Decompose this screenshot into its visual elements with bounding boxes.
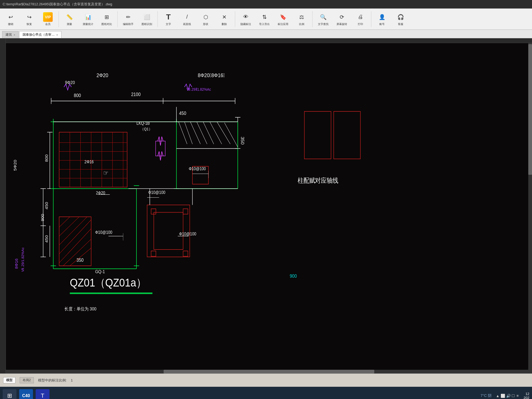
text-button[interactable]: T 文字 <box>160 10 177 28</box>
toolbar: ↩ 撤销 ↪ 恢复 VIP 会员 📏 测量 📊 测量统计 ⊞ 图纸对比 ✏ 编辑… <box>0 9 532 30</box>
account-icon: 👤 <box>377 12 387 22</box>
model-tab[interactable]: 模型 <box>3 377 15 383</box>
print-button[interactable]: 🖨 打印 <box>352 10 369 28</box>
cad-app-button[interactable]: C40 <box>19 389 33 399</box>
tab-main[interactable]: 国泰放心早点（含审… × <box>19 31 61 38</box>
service-label: 客服 <box>398 22 403 26</box>
clock: 12 202 <box>523 392 529 399</box>
svg-text:350: 350 <box>77 257 84 263</box>
hide-label-button[interactable]: 👁 隐藏标注 <box>237 10 254 28</box>
weather-text: 7°C 阴 <box>480 393 491 398</box>
delete-label: 删除 <box>222 22 227 26</box>
hide-label-icon: 👁 <box>241 12 251 22</box>
undo-icon: ↩ <box>6 12 15 22</box>
svg-text:长度：单位为 300: 长度：单位为 300 <box>64 306 96 311</box>
redo-label: 恢复 <box>27 22 32 26</box>
screen-rotate-button[interactable]: ⟳ 屏幕旋转 <box>333 10 350 28</box>
undo-label: 撤销 <box>8 22 13 26</box>
undo-button[interactable]: ↩ 撤销 <box>2 10 19 28</box>
scale-icon: ⚖ <box>297 12 306 22</box>
redo-button[interactable]: ↪ 恢复 <box>21 10 38 28</box>
text-search-button[interactable]: 🔍 文字查找 <box>315 10 332 28</box>
tab-main-label: 国泰放心早点（含审… <box>23 32 55 37</box>
service-button[interactable]: 🎧 客服 <box>392 10 409 28</box>
layout2-tab[interactable]: 布局2 <box>20 377 34 383</box>
edit-helper-button[interactable]: ✏ 编辑助手 <box>120 10 137 28</box>
svg-text:Φ10@100: Φ10@100 <box>189 167 206 171</box>
svg-text:2Φ16: 2Φ16 <box>85 160 94 164</box>
divider-6 <box>371 11 371 27</box>
drawing-area[interactable]: 2Φ20 8Φ20󿂈8Φ16󿂉 9Φ20 Ⅶ.29Ⅱ1.82%Ac 800 21… <box>0 38 532 373</box>
service-icon: 🎧 <box>396 12 405 22</box>
tray-icons: ▲ ⬜ 🔊 ☐ ✳ <box>496 394 519 398</box>
measure-stat-icon: 📊 <box>83 12 93 22</box>
compare-button[interactable]: ⊞ 图纸对比 <box>98 10 115 28</box>
svg-text:（Q1）: （Q1） <box>140 127 152 131</box>
screen-rotate-icon: ⟳ <box>337 12 347 22</box>
scale-label: 模型中的标注比例: <box>38 378 67 383</box>
draw-recog-icon: ⬜ <box>142 12 152 22</box>
print-icon: 🖨 <box>356 12 365 22</box>
svg-text:8Φ20󿂈8Φ16󿂉: 8Φ20󿂈8Φ16󿂉 <box>198 72 225 78</box>
redo-icon: ↪ <box>24 12 34 22</box>
svg-text:GQ-1: GQ-1 <box>95 269 105 274</box>
svg-text:450: 450 <box>44 202 49 209</box>
measure-button[interactable]: 📏 测量 <box>61 10 78 28</box>
vip-label: 会员 <box>45 22 51 26</box>
svg-text:Φ10@100: Φ10@100 <box>179 232 196 236</box>
edit-helper-icon: ✏ <box>123 12 133 22</box>
mark-apply-label: 标注应用 <box>278 22 288 26</box>
tab-bar: 建筑 × 国泰放心早点（含审… × <box>0 30 532 38</box>
account-button[interactable]: 👤 账号 <box>373 10 390 28</box>
delete-icon: ✕ <box>219 12 229 22</box>
svg-text:柱配赋对应轴线: 柱配赋对应轴线 <box>298 177 338 184</box>
tab-main-close[interactable]: × <box>56 33 58 36</box>
divider-1 <box>59 11 59 27</box>
scale-button[interactable]: ⚖ 比例 <box>293 10 310 28</box>
svg-text:2Φ20: 2Φ20 <box>97 72 108 78</box>
svg-text:2Φ20: 2Φ20 <box>96 191 105 196</box>
svg-rect-86 <box>70 293 152 294</box>
measure-icon: 📏 <box>65 12 74 22</box>
draw-recog-label: 图框识别 <box>142 22 152 26</box>
mark-apply-icon: 🔖 <box>278 12 288 22</box>
draw-line-icon: / <box>182 12 192 22</box>
measure-stat-label: 测量统计 <box>83 22 93 26</box>
tab-jianzhu-close[interactable]: × <box>14 33 15 36</box>
svg-rect-0 <box>6 43 528 370</box>
compare-label: 图纸对比 <box>101 22 112 26</box>
account-label: 账号 <box>379 22 385 26</box>
import-export-label: 导入导出 <box>259 22 270 26</box>
divider-2 <box>117 11 118 27</box>
horizontal-scrollbar[interactable] <box>6 370 532 373</box>
vip-button[interactable]: VIP 会员 <box>39 10 56 28</box>
shape-label: 形状 <box>203 22 208 26</box>
windows-start-button[interactable]: ⊞ <box>3 389 16 399</box>
measure-stat-button[interactable]: 📊 测量统计 <box>80 10 97 28</box>
edit-helper-label: 编辑助手 <box>123 22 134 26</box>
left-ruler <box>0 38 6 373</box>
svg-text:800: 800 <box>44 154 49 162</box>
tab-jianzhu-label: 建筑 <box>6 32 12 37</box>
draw-recog-button[interactable]: ⬜ 图框识别 <box>138 10 155 28</box>
measure-label: 测量 <box>67 22 72 26</box>
scale-value: 1 <box>71 378 73 382</box>
divider-3 <box>157 11 158 27</box>
text-app-button[interactable]: T <box>36 389 49 399</box>
svg-text:5Φ20: 5Φ20 <box>13 160 17 171</box>
svg-text:450: 450 <box>179 111 186 116</box>
divider-4 <box>235 11 235 27</box>
mark-apply-button[interactable]: 🔖 标注应用 <box>275 10 292 28</box>
svg-text:Ⅶ.29Ⅱ1.82%Ac: Ⅶ.29Ⅱ1.82%Ac <box>186 87 211 92</box>
shape-button[interactable]: ⬡ 形状 <box>197 10 214 28</box>
draw-line-button[interactable]: / 画直线 <box>178 10 196 28</box>
vertical-scrollbar[interactable] <box>528 43 532 370</box>
title-bar: C:\temp\Rar$Dla27812.26495\国泰放心早点（含审直答复及… <box>0 0 532 9</box>
svg-text:☞: ☞ <box>103 169 109 177</box>
svg-text:2100: 2100 <box>131 92 141 97</box>
svg-text:Ⅶ.29/1.82%Ac: Ⅶ.29/1.82%Ac <box>21 247 25 272</box>
cad-drawing: 2Φ20 8Φ20󿂈8Φ16󿂉 9Φ20 Ⅶ.29Ⅱ1.82%Ac 800 21… <box>6 43 528 370</box>
tab-jianzhu[interactable]: 建筑 × <box>2 31 19 38</box>
import-export-button[interactable]: ⇅ 导入导出 <box>256 10 273 28</box>
delete-button[interactable]: ✕ 删除 <box>216 10 233 28</box>
